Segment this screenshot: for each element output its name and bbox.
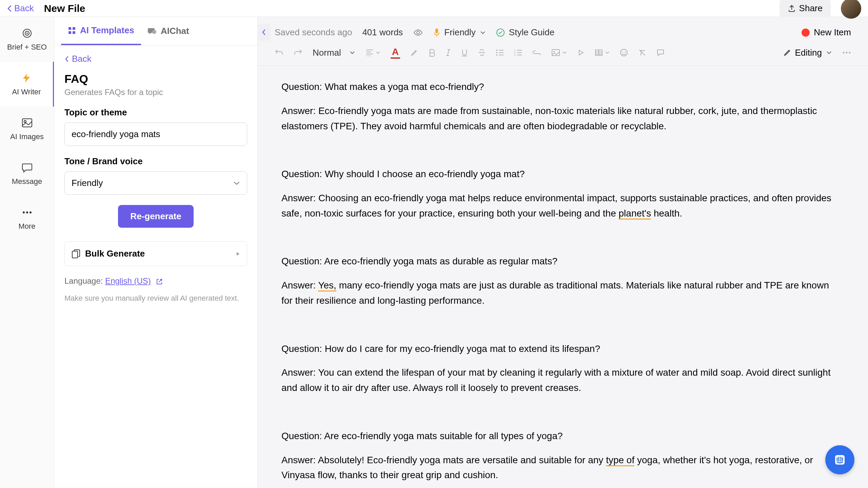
topic-input[interactable]: [64, 123, 247, 146]
pencil-icon: [784, 49, 791, 56]
tone-display-label: Friendly: [444, 27, 475, 38]
video-button[interactable]: [577, 49, 585, 56]
rail-more[interactable]: More: [0, 196, 54, 241]
tone-display[interactable]: Friendly: [433, 27, 486, 38]
chevron-left-icon: [261, 29, 266, 36]
chevron-left-icon: [7, 4, 12, 13]
rail-brief-label: Brief + SEO: [7, 43, 47, 52]
chevron-down-icon: [376, 51, 380, 54]
text-color-swatch: A: [391, 46, 400, 59]
avatar[interactable]: [841, 0, 861, 19]
rail-message-label: Message: [12, 177, 42, 186]
saved-status: Saved seconds ago: [275, 27, 352, 38]
strikethrough-button[interactable]: [478, 49, 486, 57]
tone-select[interactable]: Friendly: [64, 171, 247, 195]
clear-format-button[interactable]: [638, 49, 646, 57]
block-type-select[interactable]: Normal: [313, 48, 355, 58]
chevron-down-icon: [480, 31, 486, 34]
rail-message[interactable]: Message: [0, 151, 54, 196]
dots-horizontal-icon: [842, 52, 851, 54]
svg-point-4: [24, 120, 26, 123]
tone-value: Friendly: [72, 178, 103, 188]
numbered-list-icon: 123: [514, 49, 522, 56]
collapse-panel-button[interactable]: [257, 24, 270, 41]
rail-images-label: AI Images: [10, 132, 44, 141]
tab-ai-templates[interactable]: AI Templates: [61, 17, 141, 45]
svg-point-31: [849, 52, 851, 54]
grammar-highlight: type of: [606, 455, 634, 466]
table-icon: [595, 49, 603, 56]
rail-ai-images[interactable]: AI Images: [0, 107, 54, 151]
image-insert-button[interactable]: [551, 49, 567, 56]
highlight-button[interactable]: [410, 49, 418, 57]
faq-answer: Answer: Choosing an eco-friendly yoga ma…: [281, 191, 837, 221]
new-item-indicator[interactable]: New Item: [802, 27, 851, 38]
align-button[interactable]: [366, 49, 380, 56]
mode-select[interactable]: Editing: [784, 48, 832, 58]
regenerate-button[interactable]: Re-generate: [118, 205, 193, 228]
bullet-list-icon: [496, 49, 504, 56]
intercom-icon: [833, 453, 847, 467]
emoji-button[interactable]: [620, 49, 628, 57]
visibility-toggle[interactable]: [413, 29, 423, 36]
help-chat-fab[interactable]: [825, 445, 854, 474]
svg-rect-10: [68, 31, 71, 34]
block-type-label: Normal: [313, 48, 341, 58]
style-guide-button[interactable]: Style Guide: [496, 27, 554, 38]
text-color-button[interactable]: A: [391, 46, 400, 59]
word-count: 401 words: [362, 27, 403, 38]
svg-point-30: [846, 52, 848, 54]
italic-button[interactable]: [446, 49, 451, 57]
bulk-generate-button[interactable]: Bulk Generate: [64, 241, 247, 266]
bulk-label: Bulk Generate: [85, 248, 145, 259]
external-link-icon: [156, 278, 163, 285]
tab-templates-label: AI Templates: [80, 25, 134, 36]
chevron-down-icon: [233, 181, 240, 185]
language-link[interactable]: English (US): [105, 276, 151, 285]
panel-subheading: Generates FAQs for a topic: [64, 88, 247, 97]
rail-brief-seo[interactable]: Brief + SEO: [0, 17, 54, 62]
upload-icon: [788, 4, 796, 13]
bold-icon: [429, 49, 435, 57]
tab-aichat[interactable]: AIChat: [141, 17, 196, 45]
underline-button[interactable]: [461, 49, 468, 57]
panel-back-link[interactable]: Back: [64, 54, 247, 64]
svg-rect-11: [73, 31, 75, 34]
numbered-list-button[interactable]: 123: [514, 49, 522, 56]
strikethrough-icon: [478, 49, 486, 57]
more-options-button[interactable]: [842, 52, 851, 54]
rail-ai-writer[interactable]: AI Writer: [0, 62, 54, 107]
comment-button[interactable]: [656, 49, 665, 56]
share-button[interactable]: Share: [780, 0, 831, 17]
svg-point-12: [152, 30, 156, 34]
topic-label: Topic or theme: [64, 107, 247, 118]
bold-button[interactable]: [429, 49, 435, 57]
faq-question: Question: What makes a yoga mat eco-frie…: [281, 79, 837, 95]
image-icon: [22, 118, 33, 128]
top-back-link[interactable]: Back: [7, 3, 34, 14]
panel-heading: FAQ: [64, 72, 247, 86]
svg-point-18: [496, 52, 497, 53]
rail-more-label: More: [18, 222, 35, 231]
tone-label: Tone / Brand voice: [64, 156, 247, 167]
svg-rect-8: [68, 27, 71, 30]
faq-answer: Answer: Yes, many eco-friendly yoga mats…: [281, 278, 837, 308]
underline-icon: [461, 49, 468, 57]
grid-icon: [68, 26, 76, 35]
red-dot-icon: [802, 29, 810, 37]
svg-point-17: [496, 50, 497, 51]
redo-icon: [294, 49, 302, 57]
smile-icon: [620, 49, 628, 57]
chevron-left-icon: [64, 56, 69, 62]
link-button[interactable]: [532, 50, 541, 55]
comment-icon: [656, 49, 665, 56]
undo-button[interactable]: [275, 49, 283, 57]
dots-horizontal-icon: [22, 211, 33, 214]
redo-button[interactable]: [294, 49, 302, 57]
bullet-list-button[interactable]: [496, 49, 504, 56]
document-body[interactable]: Question: What makes a yoga mat eco-frie…: [258, 66, 868, 488]
check-circle-icon: [496, 28, 505, 37]
disclaimer-text: Make sure you manually review all AI gen…: [64, 293, 247, 304]
table-button[interactable]: [595, 49, 610, 56]
tab-chat-label: AIChat: [161, 26, 189, 36]
